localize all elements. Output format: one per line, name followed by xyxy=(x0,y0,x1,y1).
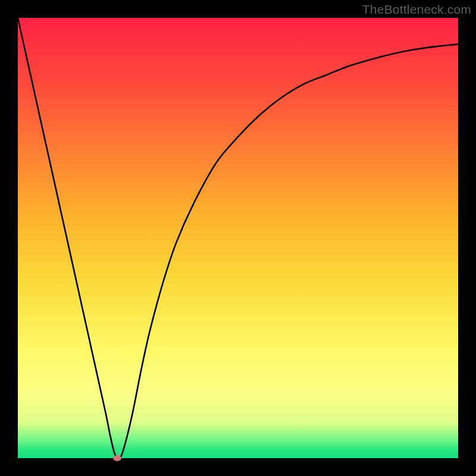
chart-container: TheBottleneck.com xyxy=(0,0,476,476)
watermark: TheBottleneck.com xyxy=(362,2,471,17)
bottleneck-curve xyxy=(18,18,458,458)
optimal-point-marker xyxy=(113,455,121,461)
curve-svg xyxy=(18,18,458,458)
plot-area xyxy=(18,18,458,458)
